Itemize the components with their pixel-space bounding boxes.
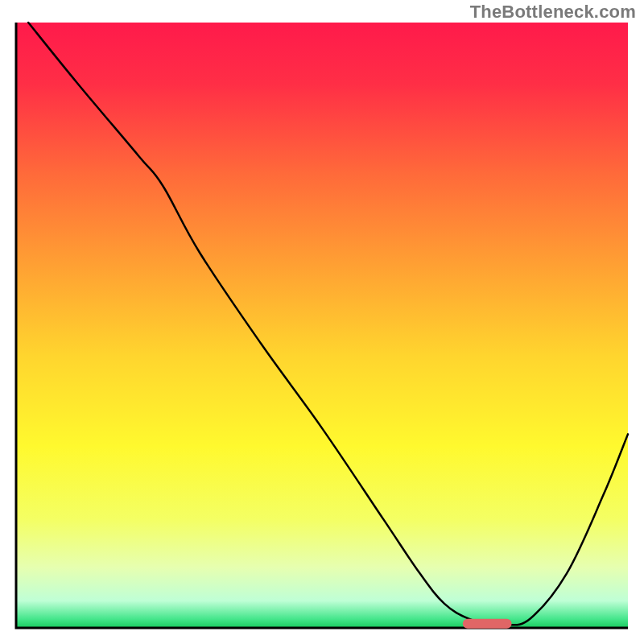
- chart-background: [16, 23, 628, 628]
- watermark-text: TheBottleneck.com: [470, 2, 636, 23]
- chart-svg: [0, 0, 644, 644]
- bottleneck-chart: TheBottleneck.com: [0, 0, 644, 644]
- optimal-range-marker: [463, 619, 512, 629]
